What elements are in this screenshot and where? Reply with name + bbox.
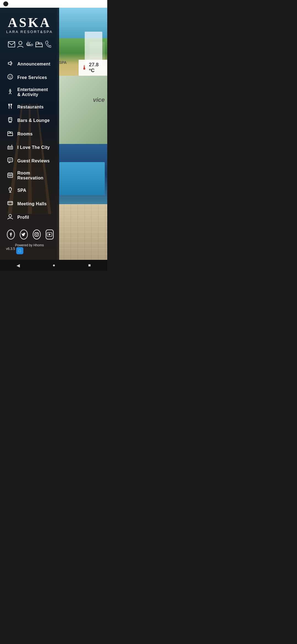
svg-point-56 xyxy=(9,214,12,217)
menu-item-rooms[interactable]: Rooms xyxy=(6,127,54,141)
hhoms-icon: □ xyxy=(16,247,23,254)
svg-point-41 xyxy=(10,160,11,160)
city-label: I Love The City xyxy=(17,145,50,150)
announcement-label: Announcement xyxy=(17,62,50,67)
building-bg xyxy=(57,204,107,260)
menu-list: Announcement Free Services xyxy=(6,57,54,224)
logo-name: ASKA xyxy=(6,16,54,29)
free-services-icon xyxy=(7,74,13,81)
right-photo-panels: 🌡 27.8 °C SPA vice xyxy=(57,8,107,260)
camera-cutout xyxy=(3,1,8,6)
reviews-icon xyxy=(7,157,13,165)
restaurants-label: Restaurants xyxy=(17,105,44,110)
social-bar xyxy=(6,230,54,239)
pool-bg xyxy=(59,162,105,195)
instagram-button[interactable] xyxy=(33,230,41,239)
menu-item-announcement[interactable]: Announcement xyxy=(6,57,54,71)
service-text-overlay: vice xyxy=(93,96,105,103)
youtube-button[interactable] xyxy=(46,230,54,239)
svg-line-16 xyxy=(10,92,11,94)
svg-point-11 xyxy=(11,76,12,77)
menu-item-reservation[interactable]: Room Reservation xyxy=(6,168,54,184)
twitter-button[interactable] xyxy=(20,230,28,239)
svg-rect-47 xyxy=(9,175,9,176)
facebook-button[interactable] xyxy=(7,230,15,239)
nav-phone[interactable] xyxy=(45,41,51,50)
entertainment-label: Entertainment & Activity xyxy=(17,87,52,97)
menu-item-reviews[interactable]: Guest Reviews xyxy=(6,154,54,168)
menu-item-entertainment[interactable]: Entertainment & Activity xyxy=(6,84,54,100)
phone-icon xyxy=(45,41,51,50)
nav-weather[interactable] xyxy=(25,41,33,50)
svg-rect-8 xyxy=(39,43,42,44)
nav-messages[interactable] xyxy=(8,41,15,50)
city-icon xyxy=(7,144,13,151)
announcement-icon xyxy=(7,60,13,68)
menu-item-restaurants[interactable]: Restaurants xyxy=(6,100,54,114)
svg-point-9 xyxy=(8,74,13,79)
svg-point-58 xyxy=(36,234,38,236)
photo-panel-building xyxy=(57,204,107,260)
profile-icon xyxy=(17,41,23,50)
bed-icon xyxy=(35,41,43,49)
entertainment-icon xyxy=(7,89,13,96)
back-button[interactable]: ◀ xyxy=(16,263,20,268)
meeting-icon xyxy=(7,200,13,208)
svg-rect-31 xyxy=(10,132,12,133)
quick-nav-bar xyxy=(6,41,54,50)
meeting-label: Meeting Halls xyxy=(17,201,47,206)
menu-item-profil[interactable]: Profil xyxy=(6,211,54,224)
rooms-label: Rooms xyxy=(17,132,33,137)
menu-item-free-services[interactable]: Free Services xyxy=(6,71,54,84)
left-menu-panel: ASKA LARA RESORT&SPA xyxy=(0,8,59,260)
free-services-label: Free Services xyxy=(17,75,47,80)
bars-label: Bars & Lounge xyxy=(17,118,50,123)
svg-line-15 xyxy=(9,92,10,94)
restaurants-icon xyxy=(7,103,13,111)
svg-point-59 xyxy=(38,233,38,234)
powered-text: Powered by Hhoms □ xyxy=(15,243,53,254)
home-button[interactable]: ● xyxy=(53,263,55,268)
weather-icon xyxy=(25,41,33,49)
profil-label: Profil xyxy=(17,215,29,220)
android-nav-bar: ◀ ● ■ xyxy=(0,260,107,271)
bars-icon xyxy=(7,117,13,124)
svg-point-26 xyxy=(9,118,10,119)
svg-line-4 xyxy=(30,42,30,43)
reservation-icon xyxy=(7,172,13,179)
svg-rect-28 xyxy=(8,133,13,136)
temperature-value: 27.8 °C xyxy=(89,62,105,73)
svg-point-12 xyxy=(10,89,11,90)
photo-panel-service: vice xyxy=(57,76,107,144)
svg-rect-5 xyxy=(36,44,42,47)
envelope-icon xyxy=(8,41,15,49)
version-text: v6.3.5 xyxy=(6,247,15,251)
main-container: 🌡 27.8 °C SPA vice ASKA LARA RESORT&SPA xyxy=(0,8,107,260)
reviews-label: Guest Reviews xyxy=(17,159,50,163)
footer-bar: v6.3.5 Powered by Hhoms □ xyxy=(6,243,54,254)
menu-item-city[interactable]: I Love The City xyxy=(6,141,54,154)
photo-panel-beach: 🌡 27.8 °C SPA xyxy=(57,8,107,76)
menu-item-bars[interactable]: Bars & Lounge xyxy=(6,114,54,127)
thermometer-icon: 🌡 xyxy=(81,64,87,71)
svg-point-40 xyxy=(9,160,10,160)
svg-rect-0 xyxy=(8,42,15,47)
spa-label: SPA xyxy=(59,60,67,65)
temperature-widget: 🌡 27.8 °C xyxy=(79,60,107,76)
svg-point-27 xyxy=(10,118,10,119)
rooms-icon xyxy=(7,130,13,138)
svg-point-42 xyxy=(11,160,12,160)
nav-room[interactable] xyxy=(35,41,43,50)
nav-profile[interactable] xyxy=(17,41,23,50)
menu-item-meeting[interactable]: Meeting Halls xyxy=(6,197,54,211)
svg-marker-61 xyxy=(49,233,51,236)
spa-label-menu: SPA xyxy=(17,188,26,193)
svg-rect-49 xyxy=(11,175,12,176)
spa-icon xyxy=(7,187,13,194)
recent-button[interactable]: ■ xyxy=(88,263,91,268)
svg-point-1 xyxy=(19,41,22,45)
logo-subtitle: LARA RESORT&SPA xyxy=(6,30,54,34)
svg-rect-48 xyxy=(10,175,11,176)
menu-item-spa[interactable]: SPA xyxy=(6,184,54,197)
logo-area: ASKA LARA RESORT&SPA xyxy=(6,16,54,34)
